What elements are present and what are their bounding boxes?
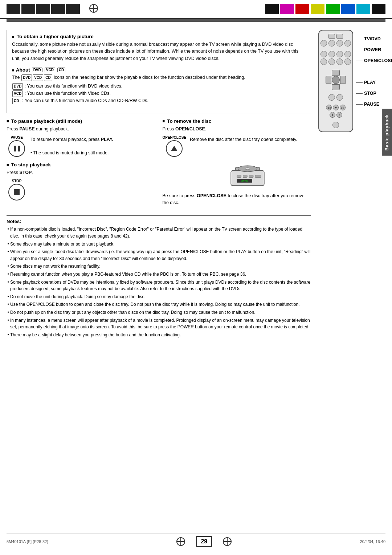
remote-circle-btn (336, 51, 343, 57)
about-cd-line: CD : You can use this function with Audi… (12, 97, 306, 104)
remote-line (356, 61, 363, 61)
notes-list: If a non-compatible disc is loaded, "Inc… (7, 226, 311, 338)
remote-body: ◀◀ ▶ ▶▶ ■ ⏸ (318, 30, 353, 132)
stop-section: To stop playback Press STOP. STOP (7, 162, 155, 200)
remote-row-6 (320, 122, 351, 128)
header-block-1 (7, 4, 20, 14)
play-btn-remote: ▶ (333, 105, 339, 110)
nav-center (332, 76, 340, 84)
note-item: Some discs may not work the resuming fac… (10, 263, 311, 270)
pause-label: PAUSE (356, 102, 392, 107)
pause-bar-2 (18, 146, 20, 151)
higher-quality-section: To obtain a higher quality picture Occas… (12, 34, 306, 62)
dvd-badge-inline: DVD (21, 74, 32, 81)
remote-circle-btn (344, 58, 351, 65)
pause-title: To pause playback (still mode) (7, 118, 155, 124)
remote-btn (336, 34, 343, 39)
note-item: If a non-compatible disc is loaded, "Inc… (10, 226, 311, 239)
sidebar-label: Basic playback (382, 109, 392, 156)
pause-section: To pause playback (still mode) Press PAU… (7, 118, 155, 157)
remote-line (356, 93, 363, 94)
notes-section: Notes: If a non-compatible disc is loade… (7, 215, 311, 338)
remote-circle-btn (320, 58, 327, 65)
note-item: Do not push up on the disc tray or put a… (10, 309, 311, 316)
notes-title: Notes: (7, 219, 311, 224)
svg-rect-6 (249, 175, 253, 178)
stop-subtitle: Press STOP. (7, 169, 155, 176)
about-list: DVD : You can use this function with DVD… (12, 82, 306, 104)
left-content: To obtain a higher quality picture Occas… (7, 30, 311, 339)
remote-row-2 (320, 40, 351, 46)
footer-crosshair-left (176, 537, 185, 546)
stop-row: ■ ⏸ (320, 112, 351, 118)
pause-btn-remote: ⏸ (336, 112, 342, 118)
sub-header-bar (7, 19, 385, 22)
disc-image-area: 00:00 (184, 161, 311, 190)
nav-down (332, 84, 340, 90)
page-number: 29 (196, 536, 212, 547)
remote-circle-btn (344, 51, 351, 57)
nav-left (326, 76, 331, 84)
remote-circle-btn (328, 40, 335, 46)
remote-row-5 (320, 94, 351, 101)
note-item: In many instances, a menu screen will ap… (10, 317, 311, 331)
disc-illustration: 00:00 (229, 161, 266, 190)
play-label: PLAY (356, 80, 392, 85)
header-crosshair-left (89, 4, 98, 13)
open-btn-block: OPEN/CLOSE (163, 135, 187, 157)
remote-btn (328, 34, 335, 39)
note-item: Resuming cannot function when you play a… (10, 271, 311, 278)
header-right-colors (265, 4, 385, 14)
remote-circle-btn (344, 40, 351, 46)
remove-title: To remove the disc (163, 118, 311, 124)
higher-quality-body: Occasionally, some picture noise not usu… (12, 41, 306, 62)
note-item: Some playback operations of DVDs may be … (10, 279, 311, 292)
stop-label: STOP (356, 91, 392, 96)
about-vcd-line: VCD : You can use this function with Vid… (12, 90, 306, 97)
remote-row-1 (320, 34, 351, 39)
header-block-3 (36, 4, 50, 14)
note-item: Use the OPEN/CLOSE button to open and cl… (10, 301, 311, 308)
svg-rect-0 (231, 170, 264, 186)
footer: 5M40101A [E] (P28-32) 29 20/4/04, 16:40 (7, 534, 385, 547)
pause-subtitle: Press PAUSE during playback. (7, 126, 155, 133)
cd-badge-inline: CD (44, 74, 52, 81)
remote-wrapper: ◀◀ ▶ ▶▶ ■ ⏸ (318, 30, 385, 132)
about-section: About DVD VCD CD The DVDVCDCD icons on t… (12, 67, 306, 104)
about-dvd-line: DVD : You can use this function with DVD… (12, 82, 306, 90)
stop-title: To stop playback (7, 162, 155, 167)
remote-circle-btn (320, 51, 327, 57)
nav-cross (326, 70, 346, 90)
pause-desc: To resume normal playback, press PLAY. •… (30, 135, 113, 157)
cd-badge: CD (57, 68, 65, 72)
col-right: To remove the disc Press OPEN/CLOSE. OPE… (163, 118, 311, 211)
remote-circle-btn (328, 58, 335, 65)
nav-up (332, 70, 340, 76)
remote-circle-btn (336, 40, 343, 46)
top-section-box: To obtain a higher quality picture Occas… (7, 30, 311, 113)
svg-point-3 (245, 168, 250, 170)
stop-btn-remote: ■ (330, 112, 335, 118)
svg-text:00:00: 00:00 (242, 180, 248, 182)
footer-right: 20/4/04, 16:40 (360, 539, 385, 544)
header-block-4 (51, 4, 65, 14)
vcd-badge: VCD (45, 68, 55, 72)
open-button-illus: OPEN/CLOSE Remove the disc after the dis… (163, 135, 311, 157)
open-icon (171, 146, 177, 151)
two-col-section: To pause playback (still mode) Press PAU… (7, 118, 311, 211)
open-btn-label: OPEN/CLOSE (163, 135, 187, 139)
nav-cross-row (320, 70, 351, 90)
remote-circle-btn (320, 40, 327, 46)
pause-btn-label: PAUSE (11, 135, 23, 139)
remote-row-4 (320, 58, 351, 65)
color-red (295, 4, 309, 14)
header-bar (0, 0, 392, 19)
remote-line (356, 39, 363, 39)
stop-button-illus: STOP (7, 179, 155, 200)
prev-btn: ◀◀ (326, 105, 332, 110)
svg-rect-7 (255, 175, 261, 178)
main-content: To obtain a higher quality picture Occas… (0, 22, 392, 339)
color-black2 (372, 4, 385, 14)
pause-bar-1 (14, 146, 16, 151)
tv-dvd-label: TV/DVD (356, 36, 392, 41)
